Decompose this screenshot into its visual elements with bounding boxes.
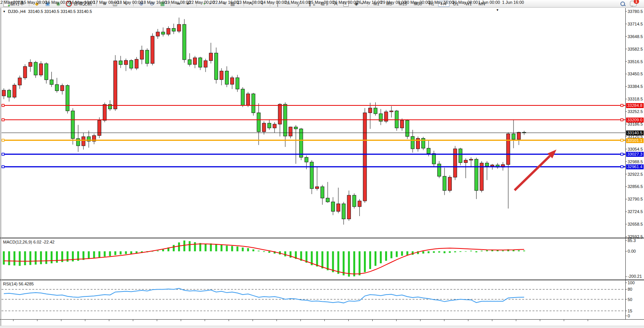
time-tick: 12 May 2023 [0, 0, 22, 5]
macd-label: MACD(12,26,9) 6.02 -22.42 [3, 240, 54, 244]
macd-panel[interactable] [3, 240, 525, 277]
price-tag: 33027.3 [626, 152, 644, 157]
price-tick: 33318.5 [628, 97, 643, 101]
time-tick: 18 May 00:00 [117, 0, 143, 5]
hline-33027.3[interactable] [2, 153, 625, 155]
price-tick: 33054.5 [628, 147, 643, 151]
price-tag: 33284.8 [626, 103, 644, 108]
time-tick: 26 May 16:00 [357, 0, 382, 5]
price-tick: 33186.5 [628, 122, 643, 126]
time-tick: 22 May 00:00 [189, 0, 215, 5]
window-bottom-strip [0, 326, 644, 328]
hline-33209[interactable] [2, 119, 625, 121]
time-tick: 31 May 08:00 [453, 0, 478, 5]
time-tick: 1 Jun 16:00 [502, 0, 524, 5]
time-tick: 1 Jun 00:00 [478, 0, 500, 5]
time-tick: 17 May 08:00 [93, 0, 119, 5]
time-tick: 30 May 16:00 [429, 0, 454, 5]
rsi-tick: 50 [628, 298, 632, 302]
rsi-tick: 0 [628, 314, 630, 318]
macd-tick: 0.00 [628, 249, 636, 253]
time-tick: 19 May 08:00 [165, 0, 191, 5]
time-tick: 16 May 16:00 [69, 0, 95, 5]
price-tick: 32724.5 [628, 210, 643, 214]
time-tick: 25 May 08:00 [309, 0, 334, 5]
price-tick: 33450.5 [628, 72, 643, 76]
chart-canvas[interactable] [0, 0, 644, 328]
time-tick: 15 May 08:00 [22, 0, 47, 5]
price-tick: 32856.5 [628, 185, 643, 189]
price-tag: 33140.5 [626, 131, 644, 135]
time-tick: 16 May 00:00 [45, 0, 71, 5]
time-tick: 24 May 00:00 [261, 0, 287, 5]
price-tick: 32922.5 [628, 172, 643, 177]
macd-tick: -200.21 [628, 274, 642, 279]
time-tick: 26 May 00:00 [333, 0, 358, 5]
time-tick: 24 May 16:00 [285, 0, 310, 5]
rsi-tick: 80 [628, 287, 632, 291]
price-tick: 32658.5 [628, 222, 643, 226]
price-tick: 33516.5 [628, 60, 643, 64]
rsi-panel[interactable] [2, 288, 625, 311]
price-tick: 32988.5 [628, 160, 643, 164]
price-tick: 32790.5 [628, 197, 643, 201]
macd-tick: 85.3 [628, 239, 636, 243]
price-tag: 33209.0 [626, 118, 644, 123]
time-tick: 18 May 16:00 [141, 0, 167, 5]
trend-arrow[interactable] [515, 150, 556, 190]
mt4-window: 新订单◆▣◉自动交易≡◫∿⊕⊖▦⇥⇤+▾◔▾▩▾↖+│─╱∥E≣FAT◈▾M1M… [0, 0, 644, 328]
hline-33284.8[interactable] [2, 104, 625, 107]
price-tick: 33648.5 [628, 35, 643, 39]
rsi-label: RSI(14) 56.4285 [3, 282, 34, 286]
candles-layer[interactable] [2, 18, 526, 225]
time-tick: 23 May 08:00 [237, 0, 263, 5]
price-tick: 33780.5 [628, 10, 643, 14]
time-tick: 22 May 16:00 [213, 0, 239, 5]
rsi-tick: 100 [628, 281, 634, 285]
price-tick: 33714.5 [628, 22, 643, 26]
rsi-tick: 15 [628, 309, 632, 313]
time-tick: 30 May 00:00 [405, 0, 430, 5]
time-tick: 29 May 08:00 [381, 0, 406, 5]
price-tag: 32961.4 [626, 164, 644, 169]
price-tick: 33252.5 [628, 110, 643, 114]
price-tag: 33101.1 [626, 138, 644, 143]
price-tick: 33384.5 [628, 84, 643, 89]
price-tick: 33582.5 [628, 47, 643, 51]
